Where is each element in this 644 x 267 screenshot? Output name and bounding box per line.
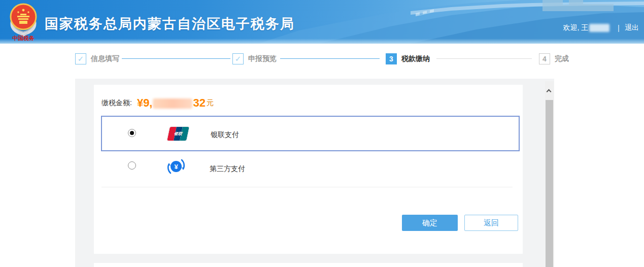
radio-unionpay[interactable] [128, 129, 136, 137]
chevron-up-icon [547, 89, 552, 94]
great-wall-banner-art [258, 0, 644, 44]
action-button-row: 确定 返回 [94, 215, 523, 231]
emblem-caption: 中国税务 [12, 35, 35, 41]
step-info-fill: ✓ 信息填写 [75, 53, 119, 64]
scrollbar-thumb[interactable] [546, 100, 553, 267]
step-label: 信息填写 [91, 54, 119, 63]
step-number-badge: 4 [539, 53, 550, 64]
scroll-region: 缴税金额: ¥9, 32 元 银联 银联支付 [75, 79, 554, 267]
step-label: 申报预览 [248, 54, 277, 63]
step-declare-preview: ✓ 申报预览 [232, 53, 277, 64]
amount-prefix: ¥9, [137, 96, 153, 110]
amount-visible-digits: 32 [193, 96, 205, 110]
payment-option-thirdparty[interactable]: ¥ 第三方支付 [101, 152, 520, 188]
step-progress-bar: ✓ 信息填写 ✓ 申报预览 3 税款缴纳 4 完成 [0, 48, 644, 71]
page: 中国税务 国家税务总局内蒙古自治区电子税务局 欢迎, 王 | 退出 ✓ 信息填写… [0, 0, 644, 267]
confirm-button[interactable]: 确定 [402, 215, 458, 231]
back-button[interactable]: 返回 [464, 215, 518, 231]
radio-selected-dot [130, 131, 134, 135]
scroll-up-button[interactable] [545, 86, 554, 95]
scrollbar-track[interactable] [545, 81, 554, 267]
yen-glyph: ¥ [174, 163, 178, 171]
radio-thirdparty[interactable] [128, 161, 136, 170]
step-label: 税款缴纳 [401, 54, 430, 63]
user-separator: | [618, 24, 620, 32]
option-label: 银联支付 [211, 130, 239, 140]
step-complete: 4 完成 [539, 53, 569, 64]
section-divider [101, 187, 513, 187]
option-label: 第三方支付 [210, 164, 245, 174]
welcome-text: 欢迎, 王 [563, 23, 589, 32]
payment-option-unionpay[interactable]: 银联 银联支付 [101, 116, 520, 151]
step-connector [436, 58, 532, 59]
header-bottom-glow [0, 39, 644, 44]
amount-label: 缴税金额: [101, 98, 132, 110]
next-section-panel [94, 263, 523, 267]
step-done-check-icon: ✓ [75, 53, 86, 64]
step-number-badge: 3 [386, 53, 397, 64]
payment-panel: 缴税金额: ¥9, 32 元 银联 银联支付 [94, 85, 523, 254]
tax-amount-row: 缴税金额: ¥9, 32 元 [101, 96, 214, 110]
step-done-check-icon: ✓ [232, 53, 244, 64]
amount-unit: 元 [207, 98, 214, 110]
app-header: 中国税务 国家税务总局内蒙古自治区电子税务局 欢迎, 王 | 退出 [0, 0, 644, 44]
unionpay-logo-icon: 银联 [167, 127, 189, 141]
logout-link[interactable]: 退出 [625, 23, 639, 32]
step-tax-payment: 3 税款缴纳 [386, 53, 430, 64]
step-connector [122, 58, 230, 59]
unionpay-logo-text: 银联 [167, 127, 189, 141]
third-party-pay-icon: ¥ [166, 157, 186, 176]
page-title: 国家税务总局内蒙古自治区电子税务局 [45, 15, 295, 33]
redacted-amount-blur [153, 98, 192, 109]
user-area: 欢迎, 王 | 退出 [563, 23, 639, 32]
step-label: 完成 [555, 54, 569, 63]
step-connector [280, 58, 380, 59]
redacted-username-blur [589, 24, 609, 32]
tax-bureau-emblem: 中国税务 [7, 2, 40, 42]
